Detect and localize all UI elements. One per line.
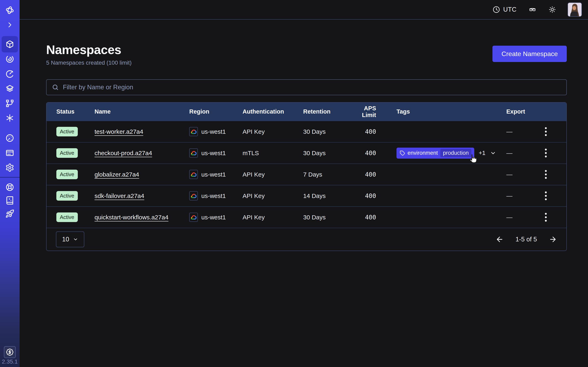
kebab-dot	[545, 156, 547, 157]
sidebar-item-support[interactable]	[2, 180, 18, 194]
google-cloud-icon	[190, 193, 197, 199]
export-value: —	[506, 192, 512, 200]
row-menu-button[interactable]	[544, 212, 548, 223]
filter-input[interactable]	[63, 83, 561, 91]
chevron-down-icon[interactable]	[490, 150, 496, 156]
sidebar-item-docs[interactable]	[2, 193, 18, 208]
column-header-authentication: Authentication	[242, 108, 303, 115]
sidebar-item-getting-started[interactable]	[2, 206, 18, 221]
namespace-link[interactable]: test-worker.a27a4	[95, 128, 143, 135]
sidebar-item-nexus[interactable]	[2, 111, 18, 125]
name-cell: checkout-prod.a27a4	[95, 150, 189, 157]
column-header-retention: Retention	[303, 108, 350, 115]
region-cell: us-west1	[189, 149, 242, 158]
name-cell: test-worker.a27a4	[95, 128, 189, 135]
authentication-cell: API Key	[242, 214, 303, 221]
column-header-region: Region	[189, 108, 242, 115]
cloud-provider-icon-box	[189, 191, 198, 200]
export-cell: —	[506, 147, 566, 159]
kebab-dot	[545, 134, 547, 136]
status-cell: Active	[47, 191, 95, 201]
tag-value: production	[440, 149, 471, 157]
export-cell: —	[506, 190, 566, 201]
status-cell: Active	[47, 127, 95, 136]
chevron-down-icon	[73, 237, 78, 242]
sidebar-item-billing[interactable]	[2, 146, 18, 160]
export-value: —	[506, 128, 512, 135]
status-cell: Active	[47, 148, 95, 158]
sidebar-item-namespaces[interactable]	[2, 36, 18, 52]
timezone-selector[interactable]: UTC	[493, 6, 517, 13]
row-menu-button[interactable]	[544, 169, 548, 180]
status-cell: Active	[47, 212, 95, 222]
status-badge: Active	[56, 127, 78, 136]
filter-bar[interactable]	[46, 79, 567, 95]
sidebar: 2.35.1	[0, 0, 20, 367]
authentication-cell: API Key	[242, 128, 303, 135]
sun-icon[interactable]	[548, 6, 556, 13]
kebab-dot	[545, 195, 547, 197]
tag-key: environment	[407, 150, 438, 156]
sidebar-item-workflows[interactable]	[2, 52, 18, 66]
clock-icon	[493, 6, 500, 13]
previous-page-button[interactable]	[495, 235, 504, 243]
column-header-aps-limit: APS Limit	[350, 105, 397, 118]
lifebuoy-icon	[5, 183, 14, 192]
google-cloud-icon	[190, 172, 197, 177]
retention-cell: 30 Days	[303, 214, 350, 221]
sidebar-item-usage[interactable]	[2, 131, 18, 145]
region-label: us-west1	[201, 171, 226, 178]
aps-limit-cell: 400	[350, 150, 397, 157]
sidebar-expand-button[interactable]	[2, 17, 18, 32]
next-page-button[interactable]	[549, 235, 557, 243]
export-value: —	[506, 150, 512, 157]
page-size-select[interactable]: 10	[56, 231, 84, 247]
rocket-icon	[5, 209, 14, 218]
kebab-dot	[545, 220, 547, 222]
retention-cell: 7 Days	[303, 171, 350, 178]
app-version: 2.35.1	[0, 359, 20, 365]
kebab-dot	[545, 213, 547, 215]
layers-icon	[5, 84, 14, 93]
row-menu-button[interactable]	[544, 126, 548, 137]
status-badge: Active	[56, 191, 78, 201]
pagination-range-label: 1-5 of 5	[516, 236, 537, 243]
kebab-dot	[545, 216, 547, 218]
credits-badge-button[interactable]	[4, 346, 16, 358]
row-menu-button[interactable]	[544, 147, 548, 159]
tags-more-count[interactable]: +1	[479, 150, 485, 156]
namespace-link[interactable]: sdk-failover.a27a4	[95, 192, 144, 199]
avatar-image	[568, 3, 581, 16]
namespace-link[interactable]: checkout-prod.a27a4	[95, 150, 152, 156]
aps-limit-cell: 400	[350, 171, 397, 178]
namespace-link[interactable]: globalizer.a27a4	[95, 171, 139, 178]
gauge-icon	[5, 133, 14, 142]
orbit-icon	[5, 54, 14, 63]
google-cloud-icon	[190, 150, 197, 156]
status-cell: Active	[47, 170, 95, 179]
region-label: us-west1	[201, 150, 226, 157]
export-cell: —	[506, 169, 566, 180]
sidebar-item-deployments[interactable]	[2, 81, 18, 96]
table-body: Activetest-worker.a27a4 us-west1API Key3…	[47, 121, 566, 228]
namespace-link[interactable]: quickstart-workflows.a27a4	[95, 214, 168, 221]
table-row: Activequickstart-workflows.a27a4 us-west…	[47, 206, 566, 228]
namespaces-table: StatusNameRegionAuthenticationRetentionA…	[46, 102, 567, 251]
tag-pill[interactable]: environmentproduction	[397, 148, 474, 159]
sidebar-item-schedules[interactable]	[2, 67, 18, 81]
retention-cell: 30 Days	[303, 128, 350, 135]
row-menu-button[interactable]	[544, 190, 548, 201]
glasses-icon[interactable]	[528, 6, 537, 13]
create-namespace-button[interactable]: Create Namespace	[493, 46, 567, 62]
cloud-provider-icon-box	[189, 213, 198, 222]
page-header: Namespaces 5 Namespaces created (100 lim…	[46, 43, 567, 66]
kebab-dot	[545, 152, 547, 154]
sidebar-item-batch-operations[interactable]	[2, 96, 18, 111]
chevron-right-icon	[6, 21, 14, 29]
timezone-label: UTC	[503, 6, 517, 13]
user-avatar[interactable]	[568, 2, 582, 17]
branch-icon	[5, 99, 14, 108]
temporal-logo[interactable]	[2, 3, 18, 17]
sidebar-item-settings[interactable]	[2, 160, 18, 175]
name-cell: globalizer.a27a4	[95, 171, 189, 178]
